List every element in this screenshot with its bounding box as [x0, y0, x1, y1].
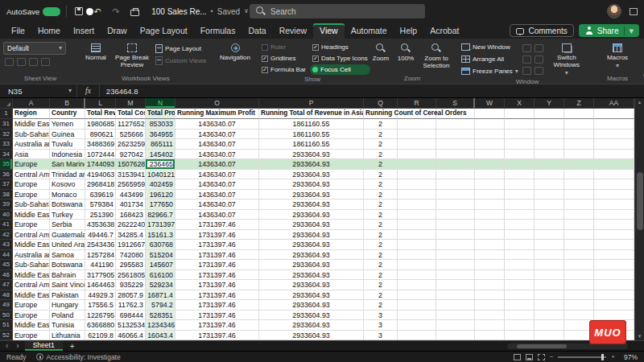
page-break-shortcut-icon[interactable] [538, 354, 545, 360]
autosave-toggle[interactable] [43, 7, 60, 16]
cell-B49[interactable]: Hungary [50, 300, 85, 311]
cell-P51[interactable]: 2933604.93 [259, 320, 364, 331]
sheet-view-options-icon[interactable] [41, 58, 50, 66]
cell-Y40[interactable] [535, 210, 564, 220]
cell-Y48[interactable] [535, 290, 564, 301]
column-header-Q[interactable]: Q [364, 98, 398, 109]
cell-Y32[interactable] [535, 130, 564, 140]
cell-M48[interactable]: 28057.9 [116, 290, 146, 301]
cell-W41[interactable] [475, 220, 505, 230]
cell-R34[interactable] [398, 150, 436, 160]
cell-AA42[interactable] [594, 230, 634, 241]
cell-L34[interactable]: 1072444 [85, 150, 116, 160]
tab-draw[interactable]: Draw [101, 23, 134, 39]
insert-function-button[interactable]: fx [77, 84, 100, 97]
cell-Z38[interactable] [564, 190, 594, 200]
row-header-32[interactable]: 32 [0, 130, 13, 140]
document-title[interactable]: 100 Sales Re... • Saved ∨ [151, 7, 249, 16]
cell-P33[interactable]: 1861160.55 [259, 139, 364, 150]
cell-M46[interactable]: 2561805 [116, 270, 146, 281]
zoom-slider-knob[interactable] [601, 354, 604, 360]
cell-M39[interactable]: 401734 [116, 200, 146, 210]
cell-Y52[interactable] [535, 331, 564, 341]
cell-P39[interactable]: 2933604.93 [259, 200, 364, 210]
cell-X35[interactable] [505, 159, 535, 170]
share-button[interactable]: Share ▾ [579, 24, 639, 37]
cell-M37[interactable]: 2565959 [116, 179, 146, 190]
show-option-formula-bar[interactable]: ✓Formula Bar [259, 64, 308, 75]
tab-file[interactable]: File [5, 23, 31, 39]
tab-insert[interactable]: Insert [67, 23, 101, 39]
row-header-36[interactable]: 36 [0, 170, 13, 180]
show-option-gridlines[interactable]: ✓Gridlines [259, 53, 308, 64]
row-header-46[interactable]: 46 [0, 270, 13, 281]
cell-AA49[interactable] [594, 300, 634, 311]
cell-Z49[interactable] [564, 300, 594, 311]
cell-W35[interactable] [475, 159, 505, 170]
cell-W37[interactable] [475, 179, 505, 190]
add-sheet-button[interactable]: + [66, 342, 79, 351]
cell-W44[interactable] [475, 250, 505, 261]
cell-B45[interactable]: Botswana [50, 260, 85, 270]
cell-Y35[interactable] [535, 159, 564, 170]
unhide-icon[interactable] [522, 67, 531, 75]
cell-Y51[interactable] [535, 320, 564, 331]
cell-A44[interactable]: Australia and [13, 250, 50, 261]
column-header-L[interactable]: L [85, 98, 116, 109]
cell-Z37[interactable] [564, 179, 594, 190]
freeze-panes-button[interactable]: Freeze Panes ▾ [459, 66, 521, 76]
cell-L1[interactable]: Total Reve [85, 109, 116, 119]
cell-R42[interactable] [398, 230, 436, 241]
cell-X36[interactable] [505, 170, 535, 180]
column-header-R[interactable]: R [398, 98, 436, 109]
cell-B33[interactable]: Tuvalu [50, 139, 85, 150]
cell-P40[interactable]: 2933604.93 [259, 210, 364, 220]
cell-M40[interactable]: 168423 [116, 210, 146, 220]
show-option-ruler[interactable]: Ruler [259, 42, 308, 52]
cell-W51[interactable] [475, 320, 505, 331]
cell-R43[interactable] [398, 240, 436, 250]
column-header-Y[interactable]: Y [535, 98, 564, 109]
cell-N41[interactable]: 1731397 [146, 220, 175, 230]
cell-N1[interactable]: Total Profi [146, 109, 175, 119]
cell-R45[interactable] [398, 260, 436, 270]
cell-A49[interactable]: Europe [13, 300, 50, 311]
sheet-view-dropdown[interactable]: Default ▾ [3, 42, 66, 55]
cell-Z48[interactable] [564, 290, 594, 301]
cell-O39[interactable]: 1436340.07 [175, 200, 259, 210]
cell-AA32[interactable] [594, 130, 634, 140]
cell-Y43[interactable] [535, 240, 564, 250]
cell-N39[interactable]: 177650 [146, 200, 175, 210]
cell-AA43[interactable] [594, 240, 634, 250]
cell-B52[interactable]: Lithuania [50, 331, 85, 341]
cell-Q47[interactable]: 2 [364, 280, 398, 290]
save-button[interactable] [72, 5, 85, 18]
cell-N44[interactable]: 515204 [146, 250, 175, 261]
cell-A42[interactable]: Central Ameri [13, 230, 50, 241]
cell-Y45[interactable] [535, 260, 564, 270]
cell-N42[interactable]: 15161.3 [146, 230, 175, 241]
cell-W34[interactable] [475, 150, 505, 160]
cell-M32[interactable]: 525666 [116, 130, 146, 140]
cell-L43[interactable]: 2543436 [85, 240, 116, 250]
cell-N45[interactable]: 145607 [146, 260, 175, 270]
cell-M45[interactable]: 295583 [116, 260, 146, 270]
cell-Q43[interactable]: 2 [364, 240, 398, 250]
view-side-by-side-icon[interactable] [535, 44, 543, 52]
custom-views-button[interactable]: Custom Views [153, 56, 208, 66]
zoom-100-button[interactable]: 100% [394, 42, 417, 64]
row-header-52[interactable]: 52 [0, 331, 13, 341]
cell-S47[interactable] [436, 280, 475, 290]
cell-O48[interactable]: 1731397.46 [175, 290, 259, 301]
cell-M49[interactable]: 11762.3 [116, 300, 146, 311]
cell-Z32[interactable] [564, 130, 594, 140]
cell-L50[interactable]: 1226795 [85, 311, 116, 321]
cell-W52[interactable] [475, 331, 505, 341]
cell-Y37[interactable] [535, 179, 564, 190]
cell-R31[interactable] [398, 119, 436, 130]
macros-button[interactable]: Macros ▾ [605, 42, 630, 71]
cell-N34[interactable]: 145402 [146, 150, 175, 160]
cell-P35[interactable]: 2933604.93 [259, 159, 364, 170]
cell-Q49[interactable]: 2 [364, 300, 398, 311]
cell-Q45[interactable]: 2 [364, 260, 398, 270]
